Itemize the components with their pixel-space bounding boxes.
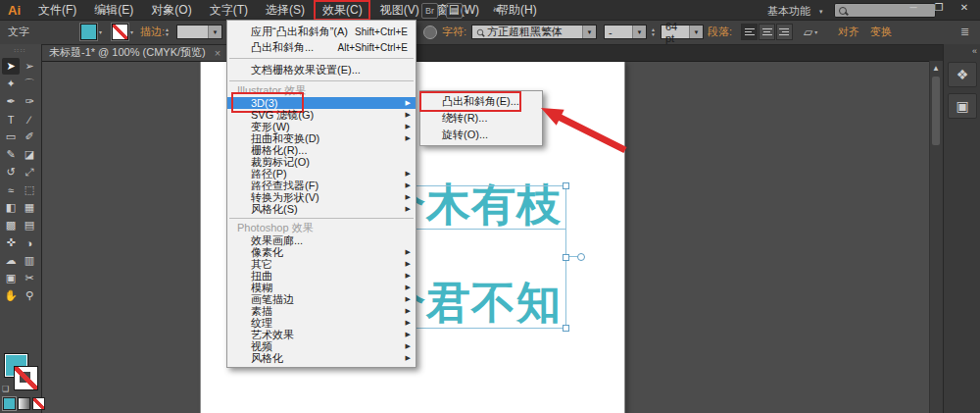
lasso-tool[interactable]: ⌒	[21, 76, 38, 92]
app-logo: Ai	[0, 3, 29, 18]
none-mode-button[interactable]	[32, 397, 45, 410]
width-tool[interactable]: ≈	[2, 181, 20, 198]
pen-tool[interactable]: ✒	[2, 93, 20, 110]
menu-item-label: 凸出和斜角...	[251, 40, 314, 55]
close-button[interactable]: ✕	[954, 2, 975, 13]
align-panel-label[interactable]: 对齐	[838, 25, 859, 39]
blob-brush-tool[interactable]: ✑	[21, 93, 38, 110]
zoom-tool[interactable]: ⚲	[21, 287, 38, 304]
menu-file[interactable]: 文件(F)	[29, 0, 85, 21]
menu-view[interactable]: 视图(V)	[371, 0, 428, 21]
font-size-stepper[interactable]: ▲▼	[651, 27, 656, 37]
menu-edit[interactable]: 编辑(E)	[85, 0, 142, 21]
bridge-icon[interactable]: Br	[421, 3, 438, 19]
shape-builder-tool[interactable]: ◧	[2, 199, 20, 216]
workspace-switcher[interactable]: 基本功能	[767, 4, 810, 19]
arrange-documents-icon[interactable]: ▦	[446, 3, 463, 19]
artboards-panel-icon[interactable]: ▣	[948, 93, 977, 119]
font-style-caret-icon[interactable]: ▼	[632, 26, 646, 38]
menu-item-document-raster-effects-settings[interactable]: 文档栅格效果设置(E)...	[227, 62, 416, 77]
stroke-weight-stepper[interactable]: ▲▼	[165, 27, 170, 37]
blend-tool[interactable]: ◑	[21, 234, 38, 251]
expand-panels-icon[interactable]: «	[944, 44, 980, 56]
minimize-button[interactable]: ─	[903, 2, 924, 13]
menu-object[interactable]: 对象(O)	[142, 0, 200, 21]
stroke-caret-icon[interactable]: ▾	[130, 28, 133, 35]
control-panel-collapse-icon[interactable]: ≣	[960, 26, 969, 38]
submenu-arrow-icon: ▶	[406, 342, 411, 350]
mesh-tool[interactable]: ▩	[2, 217, 20, 233]
line-segment-tool[interactable]: ∕	[21, 111, 38, 128]
slice-tool[interactable]: ✂	[21, 270, 38, 286]
make-envelope-icon[interactable]: ▱	[804, 26, 812, 39]
fill-caret-icon[interactable]: ▾	[99, 28, 102, 35]
arrange-documents-caret-icon[interactable]: ▾	[465, 8, 468, 16]
menu-item-extrude-bevel[interactable]: 凸出和斜角...Alt+Shift+Ctrl+E	[227, 39, 416, 55]
font-family-caret-icon[interactable]: ▼	[582, 26, 596, 38]
hand-tool[interactable]: ✋	[2, 287, 20, 304]
document-tab[interactable]: 未标题-1* @ 100% (CMYK/预览) ×	[41, 44, 229, 61]
gradient-tool[interactable]: ▤	[21, 217, 38, 233]
column-graph-tool[interactable]: ▥	[21, 252, 38, 269]
selection-handle-right[interactable]	[563, 254, 569, 261]
submenu-item-extrude-bevel[interactable]: 凸出和斜角(E)...	[420, 93, 542, 110]
default-swatches-icon[interactable]: ❏	[2, 385, 9, 393]
selection-handle-top-right[interactable]	[563, 182, 569, 189]
font-size-caret-icon[interactable]: ▼	[689, 26, 703, 38]
envelope-caret-icon[interactable]: ▾	[814, 28, 817, 35]
font-family-field[interactable]: 方正超粗黑繁体 ▼	[471, 25, 597, 39]
share-icon[interactable]: ❧	[490, 3, 505, 17]
workspace-caret-icon[interactable]: ▾	[819, 8, 823, 16]
transform-panel-label[interactable]: 变换	[870, 25, 892, 39]
toolbar-drag-handle[interactable]: ∷∷	[0, 44, 41, 58]
menu-item-apply-extrude-bevel[interactable]: 应用“凸出和斜角”(A)Shift+Ctrl+E	[227, 24, 416, 39]
font-style-select[interactable]: -▼	[604, 25, 647, 39]
text-flow-handle[interactable]	[577, 253, 585, 261]
perspective-grid-tool[interactable]: ▦	[21, 199, 38, 216]
align-center-button[interactable]	[759, 24, 775, 40]
tab-close-icon[interactable]: ×	[215, 47, 220, 59]
magic-wand-tool[interactable]: ✦	[2, 76, 20, 92]
font-size-select[interactable]: 64 pt▼	[661, 25, 704, 39]
gradient-mode-button[interactable]	[18, 397, 30, 410]
color-mode-button[interactable]	[3, 397, 16, 410]
submenu-arrow-icon: ▶	[406, 260, 411, 268]
layers-panel-icon[interactable]: ❖	[948, 62, 977, 87]
menu-item-stylize[interactable]: 风格化(S)▶	[227, 203, 416, 215]
pencil-tool[interactable]: ✎	[2, 146, 20, 163]
menu-effect[interactable]: 效果(C)	[314, 0, 371, 21]
vertical-scrollbar[interactable]: ▲	[929, 61, 943, 413]
menu-type[interactable]: 文字(T)	[201, 0, 257, 21]
submenu-item-revolve[interactable]: 绕转(R)...	[420, 110, 542, 127]
menu-item-stylize-photoshop[interactable]: 风格化▶	[227, 352, 416, 364]
eraser-tool[interactable]: ◪	[21, 146, 38, 163]
stroke-weight-select-caret-icon[interactable]: ▼	[208, 26, 221, 38]
character-panel-icon[interactable]	[423, 26, 437, 39]
stroke-indicator[interactable]	[14, 366, 38, 390]
stroke-weight-select[interactable]: ▼	[176, 25, 222, 39]
submenu-arrow-icon: ▶	[406, 134, 411, 142]
menu-select[interactable]: 选择(S)	[257, 0, 314, 21]
type-tool[interactable]: T	[2, 111, 20, 128]
scale-tool[interactable]: ⤢	[21, 164, 38, 181]
rotate-tool[interactable]: ↺	[2, 164, 20, 181]
stroke-color-swatch[interactable]	[112, 24, 128, 40]
scroll-up-icon[interactable]: ▲	[932, 64, 940, 73]
scrollbar-thumb[interactable]	[932, 77, 940, 145]
paintbrush-tool[interactable]: ✐	[21, 129, 38, 145]
context-label: 文字	[8, 25, 29, 39]
direct-selection-tool[interactable]: ➢	[21, 58, 38, 75]
restore-button[interactable]: ❐	[928, 2, 950, 13]
rectangle-tool[interactable]: ▭	[2, 129, 20, 145]
selection-tool[interactable]: ➤	[2, 58, 20, 75]
fill-color-swatch[interactable]	[80, 24, 97, 40]
submenu-item-rotate[interactable]: 旋转(O)...	[420, 127, 542, 143]
free-transform-tool[interactable]: ⬚	[21, 181, 38, 198]
search-icon	[839, 7, 847, 15]
align-left-button[interactable]	[741, 24, 758, 40]
align-right-button[interactable]	[776, 24, 793, 40]
symbol-sprayer-tool[interactable]: ☁	[2, 252, 20, 269]
eyedropper-tool[interactable]: ✜	[2, 234, 20, 251]
selection-handle-bottom-right[interactable]	[563, 325, 569, 332]
artboard-tool[interactable]: ▣	[2, 270, 20, 286]
